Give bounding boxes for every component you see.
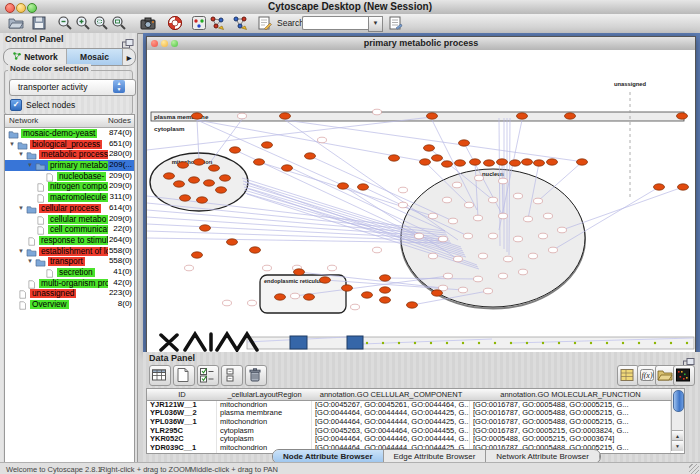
table-cell[interactable]: cytoplasm	[217, 435, 312, 444]
zoom-fit-icon[interactable]	[111, 15, 129, 32]
tree-row-cell-communicat[interactable]: cell communicat22(0)	[5, 224, 134, 235]
table-cell[interactable]: mitochondrion	[217, 401, 312, 410]
disclosure-triangle-icon[interactable]: ▼	[18, 203, 24, 214]
scrollbar-thumb[interactable]	[673, 390, 684, 412]
table-cell[interactable]: YPL036W__2	[147, 409, 217, 418]
table-cell[interactable]: [GO:0016787, GO:0005488, GO:0005215, G..…	[470, 418, 671, 427]
vizmapper-icon[interactable]	[191, 15, 209, 32]
attribute-checklist-icon[interactable]	[197, 365, 219, 386]
control-panel: Control Panel Network Mosaic ▶ Node colo…	[0, 33, 138, 462]
tree-row-label: secretion	[57, 268, 95, 277]
tab-network[interactable]: Network	[4, 49, 67, 65]
tree-row-macromolecule[interactable]: macromolecule311(0)	[5, 192, 134, 203]
scroll-down-arrow[interactable]: ▼	[672, 440, 683, 451]
snapshot-icon[interactable]	[140, 15, 158, 32]
table-cell[interactable]: YDR039C__1	[147, 444, 217, 453]
tree-row-label: mosaic-demo-yeast	[21, 129, 97, 138]
table-cell[interactable]: plasma membrane	[217, 409, 312, 418]
tree-row-node-count: 614(0)	[109, 203, 132, 214]
zoom-in-icon[interactable]	[75, 15, 93, 32]
create-attribute-icon[interactable]	[173, 365, 195, 386]
table-header-3[interactable]: annotation.GO MOLECULAR_FUNCTION	[470, 389, 672, 401]
matrix-icon[interactable]	[673, 365, 695, 386]
tree-row-cellular-metabo[interactable]: cellular metabo209(0)	[5, 214, 134, 225]
table-cell[interactable]: mitochondrion	[217, 418, 312, 427]
tree-row-label: establishment of lo	[39, 247, 108, 256]
disclosure-triangle-icon[interactable]: ▼	[27, 160, 33, 171]
tree-row-biological-process[interactable]: ▼biological_process651(0)	[5, 139, 134, 150]
network-view-window[interactable]: primary metabolic process plasma membran…	[146, 36, 696, 353]
tree-row-secretion[interactable]: secretion41(0)	[5, 267, 134, 278]
table-header-1[interactable]: _cellularLayoutRegion	[217, 389, 313, 401]
tree-row-node-count: 280(0)	[109, 149, 132, 160]
select-nodes-checkbox[interactable]: ✓	[10, 99, 22, 111]
import-network-icon[interactable]	[209, 15, 227, 32]
table-cell[interactable]: [GO:0005488, GO:0005215, GO:0003674]	[470, 435, 671, 444]
table-cell[interactable]: [GO:0044464, GO:0044446, GO:0044444, G..…	[312, 435, 470, 444]
search-dropdown-arrow[interactable]: ▼	[368, 16, 383, 32]
import-table-icon[interactable]	[232, 15, 250, 32]
float-panel-icon[interactable]	[683, 354, 695, 364]
attribute-editor-icon[interactable]	[387, 15, 405, 32]
disclosure-triangle-icon[interactable]: ▼	[27, 256, 33, 267]
table-cell[interactable]: YLR295C	[147, 427, 217, 436]
help-icon[interactable]	[167, 15, 185, 32]
tab-overflow-arrow[interactable]: ▶	[123, 49, 135, 65]
delete-attribute-icon[interactable]	[245, 365, 267, 386]
table-cell[interactable]: cytoplasm	[217, 427, 312, 436]
table-cell[interactable]: YJR121W__1	[147, 401, 217, 410]
tree-row-primary-metabo[interactable]: ▼primary metabo209(...	[5, 160, 134, 171]
status-bar: Welcome to Cytoscape 2.8.1 Right-click +…	[0, 462, 700, 474]
disclosure-triangle-icon[interactable]: ▼	[9, 139, 15, 150]
tree-row-mosaic-demo-yeast[interactable]: mosaic-demo-yeast874(0)	[5, 128, 134, 139]
float-panel-icon[interactable]	[122, 35, 134, 45]
tree-row-nucleobase-[interactable]: nucleobase-209(0)	[5, 171, 134, 182]
unassigned-label: unassigned	[614, 81, 647, 87]
disclosure-triangle-icon[interactable]: ▼	[18, 149, 24, 160]
app-titlebar: Cytoscape Desktop (New Session)	[0, 0, 700, 15]
tree-row-node-count: 209(0)	[109, 181, 132, 192]
select-nodes-row: ✓ Select nodes	[10, 99, 75, 110]
tab-network-label: Network	[24, 52, 58, 62]
table-cell[interactable]: YPL036W__1	[147, 418, 217, 427]
table-scrollbar[interactable]: ▲▼	[671, 389, 684, 451]
attribute-batch-icon[interactable]	[617, 365, 639, 386]
tree-row-overview[interactable]: Overview8(0)	[5, 299, 134, 310]
tree-row-label: nitrogen compo	[48, 182, 108, 191]
tree-row-multi-organism-pro[interactable]: multi-organism pro42(0)	[5, 278, 134, 289]
tree-row-metabolic-process[interactable]: ▼metabolic process280(0)	[5, 149, 134, 160]
table-cell[interactable]: [GO:0016787, GO:0005488, GO:0005215, G..…	[470, 409, 671, 418]
table-cell[interactable]: [GO:0045263, GO:0044464, GO:0044455, G..…	[312, 427, 470, 436]
open-icon[interactable]	[8, 15, 26, 32]
tree-row-transport[interactable]: ▼transport558(0)	[5, 256, 134, 267]
zoom-out-icon[interactable]	[57, 15, 75, 32]
tree-row-cellular-process[interactable]: ▼cellular process614(0)	[5, 203, 134, 214]
table-cell[interactable]: [GO:0045267, GO:0045261, GO:0044464, G..…	[312, 401, 470, 410]
tree-header: Network Nodes	[5, 115, 134, 128]
tree-row-node-count: 651(0)	[109, 139, 132, 150]
table-cell[interactable]: [GO:0044464, GO:0044444, GO:0044425, G..…	[312, 409, 470, 418]
save-icon[interactable]	[31, 15, 49, 32]
disclosure-triangle-icon[interactable]: ▼	[18, 246, 24, 257]
dropdown-stepper-icon[interactable]: ▲▼	[113, 80, 125, 93]
zoom-selected-icon[interactable]	[93, 15, 111, 32]
table-header-0[interactable]: ID	[147, 389, 218, 401]
network-tree-panel: Network Nodes mosaic-demo-yeast874(0)▼bi…	[4, 114, 135, 474]
tree-row-nitrogen-compo[interactable]: nitrogen compo209(0)	[5, 181, 134, 192]
table-header-2[interactable]: annotation.GO CELLULAR_COMPONENT	[312, 389, 471, 401]
tree-row-unassigned[interactable]: unassigned223(0)	[5, 288, 134, 299]
tree-row-establishment-of-lo[interactable]: ▼establishment of lo558(0)	[5, 246, 134, 257]
tree-row-response-to-stimulu[interactable]: response to stimulu264(0)	[5, 235, 134, 246]
tab-mosaic[interactable]: Mosaic	[67, 49, 123, 65]
tree-column-network: Network	[9, 116, 38, 125]
search-input[interactable]	[302, 16, 373, 30]
resize-grip[interactable]	[689, 464, 699, 474]
network-canvas[interactable]: plasma membranecytoplasmmitochondrionnuc…	[147, 50, 695, 352]
table-cell[interactable]: [GO:0016787, GO:0005488, GO:0005215, G..…	[470, 401, 671, 410]
attribute-selection-icon[interactable]	[221, 365, 243, 386]
select-attributes-icon[interactable]	[149, 365, 171, 386]
table-cell[interactable]: [GO:0016787, GO:0005215, GO:0003824, G..…	[470, 427, 671, 436]
annotation-icon[interactable]	[256, 15, 274, 32]
table-cell[interactable]: [GO:0044464, GO:0044444, GO:0044425, G..…	[312, 418, 470, 427]
table-cell[interactable]: YKR052C	[147, 435, 217, 444]
